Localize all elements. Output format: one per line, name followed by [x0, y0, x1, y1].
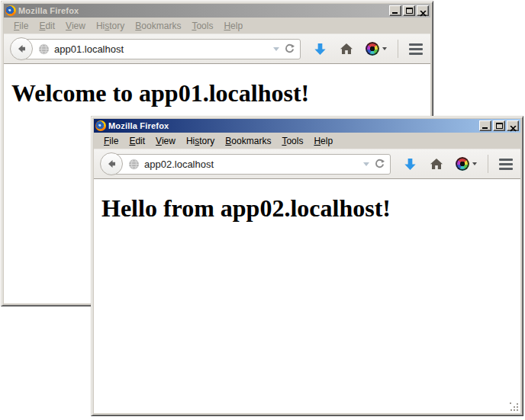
- close-icon: [510, 123, 517, 134]
- minimize-icon: [392, 12, 398, 14]
- resize-grip[interactable]: [510, 402, 519, 412]
- menu-view[interactable]: View: [60, 19, 91, 33]
- window-controls: [389, 5, 429, 16]
- close-button[interactable]: [417, 5, 429, 16]
- maximize-button[interactable]: [403, 5, 415, 16]
- url-input[interactable]: [144, 159, 359, 170]
- menu-file[interactable]: File: [8, 19, 34, 33]
- maximize-icon: [406, 8, 413, 14]
- navigation-toolbar: [94, 149, 520, 179]
- extension-dropdown-icon: [382, 47, 387, 50]
- titlebar[interactable]: Mozilla Firefox: [4, 4, 430, 18]
- minimize-button[interactable]: [479, 120, 491, 131]
- navigation-toolbar: [4, 34, 430, 64]
- minimize-button[interactable]: [389, 5, 401, 16]
- menu-file[interactable]: File: [98, 134, 124, 148]
- browser-window-app02: Mozilla Firefox File Edit View History B…: [91, 116, 523, 416]
- window-controls: [479, 120, 519, 131]
- window-title: Mozilla Firefox: [108, 121, 169, 130]
- maximize-icon: [496, 123, 503, 129]
- reload-icon[interactable]: [374, 159, 385, 170]
- url-bar[interactable]: [111, 154, 391, 175]
- close-button[interactable]: [507, 120, 519, 131]
- colorwheel-icon: [366, 42, 379, 56]
- menu-bar: File Edit View History Bookmarks Tools H…: [4, 18, 430, 34]
- home-icon: [340, 43, 353, 55]
- menu-history[interactable]: History: [181, 134, 220, 148]
- site-identity-globe-icon: [38, 43, 50, 55]
- back-button[interactable]: [100, 152, 123, 175]
- download-button[interactable]: [313, 42, 327, 56]
- menu-view[interactable]: View: [150, 134, 181, 148]
- url-bar[interactable]: [21, 39, 301, 59]
- download-icon: [403, 157, 417, 172]
- site-identity-globe-icon: [128, 159, 140, 170]
- download-icon: [313, 42, 327, 56]
- menu-help[interactable]: Help: [308, 134, 338, 148]
- page-content: Hello from app02.localhost!: [94, 179, 520, 413]
- menu-tools[interactable]: Tools: [186, 19, 218, 33]
- firefox-icon: [5, 5, 16, 16]
- colorwheel-extension-button[interactable]: [456, 157, 477, 171]
- page-heading: Welcome to app01.localhost!: [11, 79, 423, 107]
- minimize-icon: [482, 127, 488, 129]
- back-arrow-icon: [105, 158, 118, 170]
- menu-bookmarks[interactable]: Bookmarks: [220, 134, 276, 148]
- toolbar-separator: [488, 155, 488, 173]
- desktop: { "colors": { "active_title_start": "#0a…: [0, 0, 525, 420]
- urlbar-dropdown-icon[interactable]: [273, 47, 279, 51]
- menu-tools[interactable]: Tools: [276, 134, 308, 148]
- colorwheel-extension-button[interactable]: [366, 42, 387, 56]
- menu-edit[interactable]: Edit: [34, 19, 60, 33]
- back-arrow-icon: [15, 43, 27, 55]
- window-title: Mozilla Firefox: [18, 6, 79, 15]
- firefox-icon: [95, 120, 106, 131]
- home-button[interactable]: [430, 158, 443, 170]
- download-button[interactable]: [403, 157, 417, 172]
- back-button[interactable]: [10, 37, 33, 60]
- maximize-button[interactable]: [493, 120, 505, 131]
- menu-panel-button[interactable]: [499, 159, 513, 170]
- menu-panel-button[interactable]: [409, 43, 423, 55]
- colorwheel-icon: [456, 157, 469, 171]
- url-input[interactable]: [54, 43, 269, 55]
- menu-help[interactable]: Help: [218, 19, 248, 33]
- close-icon: [420, 8, 427, 19]
- menu-history[interactable]: History: [91, 19, 130, 33]
- home-button[interactable]: [340, 43, 353, 55]
- home-icon: [430, 158, 443, 170]
- urlbar-dropdown-icon[interactable]: [363, 162, 369, 166]
- page-heading: Hello from app02.localhost!: [101, 194, 513, 223]
- hamburger-icon: [499, 159, 513, 161]
- hamburger-icon: [409, 43, 423, 46]
- toolbar-separator: [398, 40, 398, 58]
- menu-bar: File Edit View History Bookmarks Tools H…: [94, 133, 520, 149]
- titlebar[interactable]: Mozilla Firefox: [94, 119, 520, 133]
- menu-bookmarks[interactable]: Bookmarks: [130, 19, 186, 33]
- reload-icon[interactable]: [284, 43, 295, 55]
- menu-edit[interactable]: Edit: [124, 134, 150, 148]
- extension-dropdown-icon: [472, 162, 477, 165]
